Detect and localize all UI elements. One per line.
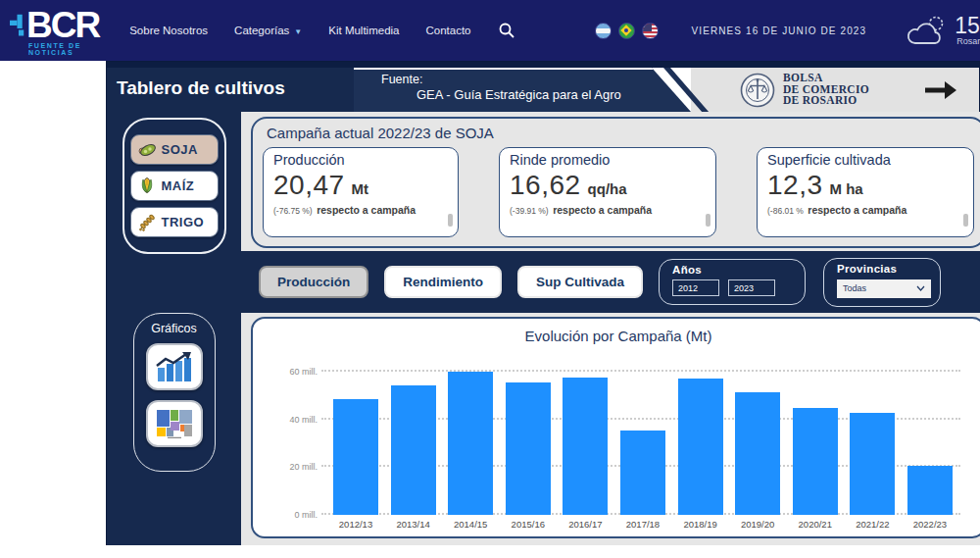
- bar-2014-15[interactable]: [448, 360, 493, 515]
- date-display: VIERNES 16 DE JUNIO DE 2023: [692, 25, 867, 36]
- x-axis-tick-label: 2014/15: [448, 519, 493, 530]
- bcr-seal-icon: [740, 73, 775, 108]
- source-label: Fuente:: [381, 73, 691, 86]
- bcr-logo[interactable]: BCR FUENTE DE NOTICIAS: [10, 8, 104, 56]
- wheat-icon: [137, 213, 157, 231]
- kpi-delta: (-39.91 %) respecto a campaña 21/22: [510, 202, 706, 220]
- bcr-org-logo: BOLSA DE COMERCIO DE ROSARIO: [740, 73, 869, 108]
- tab-rendimiento[interactable]: Rendimiento: [384, 266, 502, 298]
- years-label: Años: [672, 264, 792, 276]
- crop-label: MAÍZ: [162, 178, 195, 193]
- bar-rect: [850, 413, 895, 516]
- tab-produccion[interactable]: Producción: [259, 266, 368, 298]
- soybean-icon: [137, 141, 157, 159]
- crop-button-soja[interactable]: SOJA: [130, 134, 219, 165]
- year-from-input[interactable]: [672, 279, 719, 296]
- org-name-line3: DE ROSARIO: [783, 95, 869, 107]
- corn-icon: [137, 177, 157, 195]
- chevron-down-icon: ▼: [294, 27, 302, 36]
- bar-2015-16[interactable]: [506, 360, 551, 515]
- provinces-selected-value: Todas: [843, 283, 866, 293]
- kpi-unit: M ha: [830, 180, 863, 197]
- language-flags: [595, 23, 659, 39]
- crop-label: TRIGO: [162, 215, 205, 229]
- bar-2012-13[interactable]: [333, 360, 378, 515]
- brazil-flag-icon[interactable]: [618, 23, 635, 39]
- bar-2020-21[interactable]: [793, 360, 838, 515]
- page-title: Tablero de cultivos: [117, 77, 285, 99]
- bar-2019-20[interactable]: [735, 360, 780, 515]
- bar-2016-17[interactable]: [563, 360, 608, 515]
- kpi-card-title: Rinde promedio: [510, 152, 706, 168]
- x-axis-tick-label: 2017/18: [620, 519, 665, 530]
- bcr-logo-mark-icon: [10, 11, 24, 40]
- dashboard-header: BOLSA DE COMERCIO DE ROSARIO Fuente: GEA…: [107, 68, 979, 112]
- bar-rect: [333, 399, 378, 515]
- kpi-delta-pct: (-86.01 %: [767, 206, 804, 216]
- x-axis-tick-label: 2018/19: [678, 519, 723, 530]
- usa-flag-icon[interactable]: [642, 23, 659, 39]
- kpi-delta-text: respecto a campaña: [317, 204, 416, 216]
- crop-sidebar: SOJA MAÍZ: [107, 112, 241, 545]
- crop-button-trigo[interactable]: TRIGO: [130, 207, 219, 237]
- y-axis-tick-label: 40 mill.: [269, 415, 318, 425]
- card-scrollbar[interactable]: [706, 214, 710, 227]
- bar-2017-18[interactable]: [620, 360, 665, 515]
- y-axis-tick-label: 20 mill.: [269, 462, 318, 472]
- crop-button-maiz[interactable]: MAÍZ: [130, 171, 219, 201]
- nav-links: Sobre Nosotros Categorías▼ Kit Multimedi…: [129, 25, 470, 36]
- bars-row: [325, 360, 960, 515]
- bar-chart-view-button[interactable]: [146, 343, 203, 390]
- tab-sup-cultivada[interactable]: Sup Cultivada: [517, 266, 643, 298]
- kpi-card-produccion[interactable]: Producción 20,47 Mt (-76.75 %) respecto …: [263, 147, 459, 237]
- argentina-flag-icon[interactable]: [595, 23, 612, 39]
- bar-rect: [735, 392, 780, 515]
- provinces-label: Provincias: [837, 263, 927, 275]
- kpi-card-title: Superficie cultivada: [767, 152, 963, 168]
- logo-text: BCR: [26, 8, 104, 43]
- charts-group-label: Gráficos: [134, 322, 215, 335]
- y-axis-tick-label: 0 mill.: [269, 510, 318, 520]
- nav-item-kit-multimedia[interactable]: Kit Multimedia: [328, 25, 399, 36]
- card-scrollbar[interactable]: [448, 214, 453, 227]
- crop-label: SOJA: [162, 142, 198, 157]
- kpi-delta-campaign: 21/22: [273, 218, 448, 220]
- bar-rect: [448, 372, 493, 515]
- provinces-dropdown[interactable]: Todas: [837, 279, 931, 298]
- nav-item-contacto[interactable]: Contacto: [425, 25, 470, 36]
- bar-2021-22[interactable]: [850, 360, 895, 515]
- nav-item-sobre-nosotros[interactable]: Sobre Nosotros: [129, 25, 208, 36]
- bar-rect: [907, 466, 953, 515]
- kpi-unit: qq/ha: [588, 180, 627, 197]
- years-filter-group: Años: [659, 259, 806, 305]
- logo-subtitle: FUENTE DE NOTICIAS: [28, 42, 104, 56]
- controls-strip: Producción Rendimiento Sup Cultivada Año…: [241, 251, 980, 313]
- bar-growth-icon: [155, 351, 194, 382]
- bar-rect: [793, 408, 838, 515]
- weather-city: Rosario: [956, 36, 980, 46]
- x-axis-tick-label: 2013/14: [391, 519, 436, 530]
- bar-rect: [620, 431, 665, 515]
- search-icon[interactable]: [499, 23, 514, 38]
- arrow-right-icon[interactable]: [924, 80, 957, 100]
- nav-item-categorias[interactable]: Categorías▼: [234, 25, 302, 36]
- kpi-card-rinde[interactable]: Rinde promedio 16,62 qq/ha (-39.91 %) re…: [499, 147, 716, 237]
- bar-2018-19[interactable]: [678, 360, 723, 515]
- x-axis-tick-label: 2016/17: [563, 519, 608, 530]
- xlabels-row: 2012/132013/142014/152015/162016/172017/…: [325, 519, 960, 530]
- treemap-view-button[interactable]: [146, 400, 203, 447]
- kpi-value: 16,62: [510, 170, 581, 201]
- x-axis-tick-label: 2015/16: [506, 519, 551, 530]
- kpi-card-title: Producción: [273, 152, 448, 168]
- weather-widget: 15° Rosario: [906, 14, 980, 47]
- card-scrollbar[interactable]: [963, 214, 968, 227]
- provinces-filter-group: Provincias Todas: [823, 258, 941, 307]
- kpi-card-superficie[interactable]: Superficie cultivada 12,3 M ha (-86.01 %…: [757, 147, 974, 237]
- x-axis-tick-label: 2020/21: [793, 519, 838, 530]
- bar-2013-14[interactable]: [391, 360, 436, 515]
- dashboard-content: Campaña actual 2022/23 de SOJA Producció…: [241, 112, 980, 545]
- bar-2022-23[interactable]: [907, 360, 953, 515]
- kpi-delta: (-86.01 % respecto a campaña 21/22: [767, 202, 963, 220]
- kpi-delta-campaign: 21/22: [510, 218, 706, 220]
- year-to-input[interactable]: [728, 279, 775, 296]
